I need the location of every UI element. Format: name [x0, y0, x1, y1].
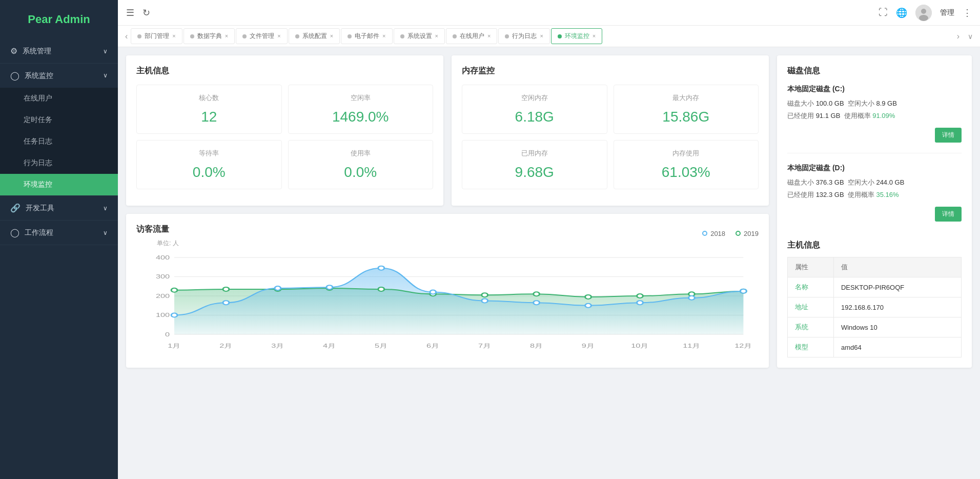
sidebar-item-task-log[interactable]: 任务日志 [0, 131, 118, 152]
memory-metric-2: 已用内存9.68G [462, 140, 607, 189]
svg-point-34 [637, 294, 643, 298]
memory-metrics-grid: 空闲内存6.18G最大内存15.86G已用内存9.68G内存使用61.03% [462, 85, 759, 189]
svg-text:8月: 8月 [530, 342, 543, 349]
sidebar-group-label-system-monitor: 系统监控 [25, 71, 53, 81]
legend-2018: 2018 [702, 230, 725, 237]
traffic-chart-svg: 0100200300400 1月2月3月4月5月6月7月8月9月10月11月12… [136, 247, 759, 350]
tab-item-7[interactable]: 行为日志× [498, 28, 549, 44]
traffic-title: 访客流量 [136, 224, 169, 235]
svg-text:1月: 1月 [168, 342, 180, 349]
memory-metric-3: 内存使用61.03% [614, 140, 759, 189]
svg-text:4月: 4月 [323, 342, 336, 349]
sidebar: Pear Admin ⚙ 系统管理 ∨ ◯ 系统监控 ∧ [0, 0, 118, 479]
svg-text:2月: 2月 [219, 342, 232, 349]
tab-label-8: 环境监控 [565, 32, 589, 41]
tab-item-1[interactable]: 数据字典× [183, 28, 235, 44]
svg-point-38 [223, 301, 229, 305]
fullscreen-icon[interactable]: ⛶ [879, 7, 888, 18]
col-attr: 属性 [788, 257, 834, 277]
tabs-next-btn[interactable]: › [954, 32, 963, 41]
memory-metric-1: 最大内存15.86G [614, 85, 759, 134]
header-left: ☰ ↻ [126, 7, 150, 18]
globe-icon[interactable]: 🌐 [896, 7, 907, 18]
tab-item-2[interactable]: 文件管理× [236, 28, 287, 44]
tab-label-0: 部门管理 [145, 32, 169, 41]
tab-close-3[interactable]: × [330, 33, 333, 39]
host-row-key-0: 名称 [788, 277, 834, 297]
refresh-icon[interactable]: ↻ [142, 7, 150, 18]
svg-point-1 [921, 9, 926, 14]
tab-close-4[interactable]: × [382, 33, 385, 39]
tab-close-1[interactable]: × [225, 33, 228, 39]
tab-item-8[interactable]: 环境监控× [551, 28, 602, 44]
svg-text:200: 200 [156, 292, 170, 299]
host-row-key-1: 地址 [788, 297, 834, 317]
chevron-icon-dev-tools: ∨ [103, 205, 108, 212]
tab-item-0[interactable]: 部门管理× [131, 28, 182, 44]
svg-text:11月: 11月 [683, 342, 700, 349]
sidebar-item-online-users[interactable]: 在线用户 [0, 88, 118, 109]
tabs-expand-btn[interactable]: ∨ [965, 30, 976, 43]
disk-size-row-1: 磁盘大小 376.3 GB 空闲大小 244.0 GB [787, 178, 962, 187]
host-row-key-2: 系统 [788, 317, 834, 337]
disk-detail-btn-0[interactable]: 详情 [935, 128, 962, 143]
host-metric-0: 核心数12 [136, 85, 282, 134]
sidebar-group-header-dev-tools[interactable]: 🔗 开发工具 ∨ [0, 196, 118, 220]
svg-point-48 [740, 289, 746, 293]
tab-label-7: 行为日志 [512, 32, 537, 41]
tab-item-6[interactable]: 在线用户× [446, 28, 497, 44]
svg-point-40 [326, 285, 333, 289]
tabs-prev-btn[interactable]: ‹ [122, 32, 131, 41]
tab-close-8[interactable]: × [593, 33, 596, 39]
menu-toggle-icon[interactable]: ☰ [126, 7, 134, 18]
svg-text:10月: 10月 [631, 342, 648, 349]
mem-metric-label-1: 最大内存 [622, 93, 750, 103]
tab-label-3: 系统配置 [302, 32, 327, 41]
tab-item-4[interactable]: 电子邮件× [341, 28, 392, 44]
tab-close-2[interactable]: × [277, 33, 280, 39]
legend-dot-2019 [736, 231, 741, 236]
host-metric-label-0: 核心数 [145, 93, 273, 103]
mem-metric-value-3: 61.03% [622, 164, 750, 181]
tab-dot-6 [453, 34, 457, 38]
header: ☰ ↻ ⛶ 🌐 管理 ⋮ [118, 0, 980, 26]
svg-point-2 [919, 15, 928, 21]
sidebar-item-scheduled-tasks[interactable]: 定时任务 [0, 109, 118, 131]
tabs-scroll: 部门管理×数据字典×文件管理×系统配置×电子邮件×系统设置×在线用户×行为日志×… [131, 28, 953, 44]
sidebar-group-header-system-manage[interactable]: ⚙ 系统管理 ∨ [0, 39, 118, 63]
host-table-row-2: 系统Windows 10 [788, 317, 962, 337]
svg-point-33 [585, 294, 591, 298]
more-icon[interactable]: ⋮ [963, 7, 972, 18]
disk-sections: 本地固定磁盘 (C:) 磁盘大小 100.0 GB 空闲大小 8.9 GB 已经… [787, 85, 962, 232]
sidebar-group-header-workflow[interactable]: ◯ 工作流程 ∨ [0, 221, 118, 245]
sidebar-group-label-system-manage: 系统管理 [23, 47, 51, 56]
chart-legend: 2018 2019 [702, 230, 759, 237]
tab-close-5[interactable]: × [435, 33, 438, 39]
host-table-row-3: 模型amd64 [788, 337, 962, 357]
disk-detail-btn-1[interactable]: 详情 [935, 207, 962, 222]
tab-dot-0 [137, 34, 141, 38]
tab-item-3[interactable]: 系统配置× [289, 28, 340, 44]
disk-used-row-1: 已经使用 132.3 GB 使用概率 35.16% [787, 190, 962, 199]
mem-metric-value-0: 6.18G [471, 109, 599, 125]
host-info-card: 主机信息 核心数12空闲率1469.0%等待率0.0%使用率0.0% [126, 55, 443, 206]
sidebar-item-env-monitor[interactable]: 环境监控 [0, 174, 118, 195]
tab-close-7[interactable]: × [540, 33, 543, 39]
svg-point-41 [378, 266, 384, 270]
tabs-bar: ‹ 部门管理×数据字典×文件管理×系统配置×电子邮件×系统设置×在线用户×行为日… [118, 26, 980, 47]
memory-metric-0: 空闲内存6.18G [462, 85, 607, 134]
tab-item-5[interactable]: 系统设置× [394, 28, 445, 44]
tab-close-0[interactable]: × [172, 33, 175, 39]
sidebar-item-behavior-log[interactable]: 行为日志 [0, 152, 118, 174]
host-row-value-2: Windows 10 [833, 317, 961, 337]
disk-used-row-0: 已经使用 91.1 GB 使用概率 91.09% [787, 111, 962, 121]
host-info-title: 主机信息 [136, 66, 433, 76]
sidebar-group-header-system-monitor[interactable]: ◯ 系统监控 ∧ [0, 64, 118, 88]
sidebar-group-label-workflow: 工作流程 [25, 228, 53, 237]
tab-close-6[interactable]: × [487, 33, 491, 39]
svg-text:9月: 9月 [582, 342, 595, 349]
svg-point-46 [637, 301, 643, 305]
avatar[interactable] [915, 5, 932, 21]
disk-title: 磁盘信息 [787, 66, 962, 76]
host-row-key-3: 模型 [788, 337, 834, 357]
